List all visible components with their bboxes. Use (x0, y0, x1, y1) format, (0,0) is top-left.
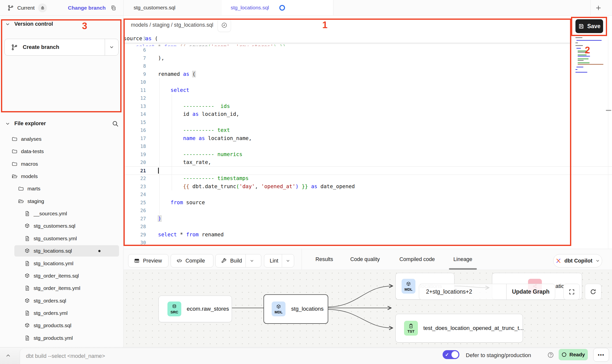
more-options-button[interactable]: ••• (593, 348, 609, 362)
code-line-24[interactable]: 24 (123, 190, 612, 199)
status-badge[interactable]: Ready (559, 349, 588, 360)
build-dropdown[interactable] (245, 254, 258, 267)
file-explorer-title: File explorer (14, 121, 46, 127)
editor-minimap[interactable] (575, 35, 603, 79)
panel-resize-handle[interactable] (606, 110, 611, 111)
model-file-icon (24, 298, 30, 304)
code-line-28[interactable]: 28 (123, 222, 612, 231)
tab-label: stg_customers.sql (134, 5, 175, 11)
tab-label: Compiled code (399, 256, 435, 263)
code-line-29[interactable]: 29select * from renamed (123, 231, 612, 239)
preview-button[interactable]: Preview (128, 254, 168, 267)
lint-button[interactable]: Lint (264, 254, 294, 267)
badge-label: TST (408, 329, 414, 333)
sidebar-item-__sources-yml[interactable]: __sources.yml (0, 207, 123, 220)
sidebar-item-staging[interactable]: staging (0, 195, 123, 207)
code-editor[interactable]: models / staging / stg_locations.sql 3so… (123, 16, 612, 249)
sidebar-item-data-tests[interactable]: data-tests (0, 145, 123, 158)
code-line-27[interactable]: 27) (123, 215, 612, 223)
code-line-10[interactable]: 10 (123, 78, 612, 86)
code-line-13[interactable]: 13 ---------- ids (123, 102, 612, 110)
sidebar-item-models[interactable]: models (0, 170, 123, 182)
sidebar-item-stg_orders-sql[interactable]: stg_orders.sql (0, 295, 123, 307)
new-tab-button[interactable] (595, 4, 602, 12)
lineage-node-stg-locations[interactable]: MDL stg_locations (264, 294, 328, 324)
code-line-20[interactable]: 20 tax_rate, (123, 158, 612, 166)
tab-label: Code quality (350, 256, 380, 263)
sidebar-item-stg_orders-yml[interactable]: stg_orders.yml (0, 307, 123, 319)
sidebar-item-stg_order_items-yml[interactable]: stg_order_items.yml (0, 282, 123, 294)
sidebar-item-stg_locations-sql[interactable]: stg_locations.sql (0, 245, 123, 257)
lineage-graph[interactable]: MDL locations atio SRC (123, 270, 612, 347)
code-line-23[interactable]: 23 {{ dbt.date_trunc('day', 'opened_at')… (123, 182, 612, 191)
version-control-header[interactable]: Version control (5, 21, 53, 27)
badge-label: SRC (170, 310, 178, 314)
lineage-selector-bar: 2+stg_locations+2 Update Graph (419, 284, 555, 300)
code-line-22[interactable]: 22 ---------- timestamps (123, 174, 612, 182)
code-line-26[interactable]: 26 (123, 206, 612, 215)
file-explorer-header[interactable]: File explorer (5, 121, 46, 127)
lineage-node-source[interactable]: SRC ecom.raw_stores (159, 296, 232, 322)
code-line-6[interactable]: 6 (123, 46, 612, 54)
update-graph-button[interactable]: Update Graph (507, 284, 555, 300)
change-branch-link[interactable]: Change branch (68, 5, 106, 11)
code-line-19[interactable]: 19 ---------- numerics (123, 150, 612, 159)
sidebar-item-macros[interactable]: macros (0, 158, 123, 170)
code-line-16[interactable]: 16 ---------- text (123, 126, 612, 134)
copy-branch-icon[interactable] (110, 5, 117, 11)
file-label: stg_customers.sql (34, 223, 75, 229)
branch-indicator[interactable]: Current (7, 0, 47, 16)
lineage-node-test[interactable]: TST test_does_location_opened_at_trunc_t… (395, 314, 523, 343)
editor-tab-stg_locations-sql[interactable]: stg_locations.sql (222, 0, 333, 15)
database-icon (172, 304, 177, 309)
tab-compiled-code[interactable]: Compiled code (398, 249, 436, 270)
tab-label: stg_locations.sql (231, 5, 269, 11)
sidebar-item-stg_products-sql[interactable]: stg_products.sql (0, 319, 123, 332)
circle-status-icon (561, 352, 567, 357)
code-line-17[interactable]: 17 name as location_name, (123, 134, 612, 142)
dbt-copilot-button[interactable]: dbt Copilot (553, 254, 602, 267)
sidebar-item-marts[interactable]: marts (0, 182, 123, 195)
save-button[interactable]: Save (575, 19, 603, 33)
tab-lineage[interactable]: Lineage (452, 249, 473, 270)
build-button[interactable]: Build (215, 254, 261, 267)
collapse-panel-button[interactable] (5, 352, 11, 359)
create-branch-dropdown[interactable] (105, 39, 118, 55)
lineage-selector-input[interactable]: 2+stg_locations+2 (419, 284, 507, 300)
sidebar-item-stg_locations-yml[interactable]: stg_locations.yml (0, 257, 123, 270)
tab-results[interactable]: Results (314, 249, 334, 270)
ellipsis-icon: ••• (598, 352, 604, 358)
defer-toggle[interactable]: ✓ (443, 350, 459, 359)
sidebar-item-stg_customers-sql[interactable]: stg_customers.sql (0, 220, 123, 232)
code-line-7[interactable]: 7), (123, 54, 612, 62)
lint-dropdown[interactable] (282, 254, 294, 267)
badge-label: MDL (405, 287, 413, 291)
editor-tab-stg_customers-sql[interactable]: stg_customers.sql (125, 0, 238, 15)
file-search-icon[interactable] (112, 120, 119, 127)
code-line-11[interactable]: 11 select (123, 86, 612, 94)
code-line-9[interactable]: 9renamed as ( (123, 70, 612, 78)
sidebar-item-analyses[interactable]: analyses (0, 133, 123, 145)
sidebar-item-stg_products-yml[interactable]: stg_products.yml (0, 332, 123, 344)
code-line-14[interactable]: 14 id as location_id, (123, 110, 612, 118)
code-line-18[interactable]: 18 (123, 142, 612, 150)
open-in-lineage-button[interactable] (218, 19, 231, 32)
sidebar-item-stg_order_items-sql[interactable]: stg_order_items.sql (0, 270, 123, 282)
chevron-down-icon (5, 21, 10, 27)
help-icon[interactable] (547, 352, 554, 358)
model-file-icon (24, 223, 30, 229)
tab-code-quality[interactable]: Code quality (349, 249, 381, 270)
create-branch-button[interactable]: Create branch (4, 39, 119, 56)
code-line-25[interactable]: 25 from source (123, 199, 612, 207)
code-line-21[interactable]: 21 (123, 166, 612, 175)
compile-button[interactable]: Compile (171, 254, 213, 267)
code-line-8[interactable]: 8 (123, 62, 612, 70)
fullscreen-button[interactable] (563, 284, 580, 300)
code-line-30[interactable]: 30 (123, 239, 612, 247)
sidebar-item-stg_customers-yml[interactable]: stg_customers.yml (0, 232, 123, 245)
folder-icon (18, 186, 24, 192)
code-line-12[interactable]: 12 (123, 94, 612, 102)
yaml-file-icon (24, 335, 30, 341)
refresh-button[interactable] (585, 284, 601, 300)
code-line-15[interactable]: 15 (123, 118, 612, 126)
